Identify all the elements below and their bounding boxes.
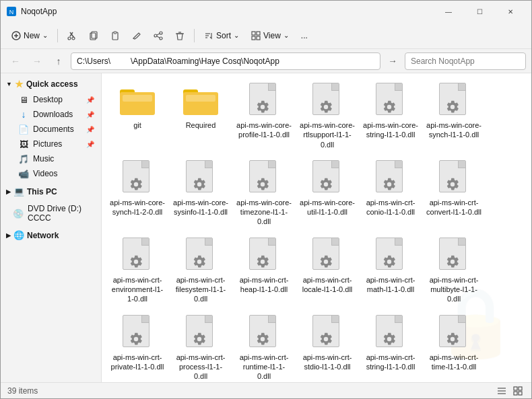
file-name: api-ms-win-crt-runtime-l1-1-0.dll (236, 353, 292, 382)
sort-button[interactable]: Sort ⌄ (199, 28, 244, 43)
list-item[interactable]: api-ms-win-crt-multibyte-l1-1-0.dll (424, 233, 484, 308)
pin-icon-2: 📌 (86, 111, 94, 118)
paste-button[interactable] (105, 28, 125, 43)
share-button[interactable] (148, 28, 168, 43)
svg-rect-21 (257, 32, 260, 35)
list-item[interactable]: api-ms-win-core-synch-l1-1-0.dll (424, 79, 484, 153)
list-view-button[interactable] (495, 384, 508, 398)
list-item[interactable]: api-ms-win-crt-time-l1-1-0.dll (424, 311, 484, 382)
list-item[interactable]: api-ms-win-crt-filesystem-l1-1-0.dll (170, 233, 231, 308)
this-pc-chevron-icon: ▶ (6, 188, 11, 195)
list-item[interactable]: api-ms-win-crt-locale-l1-1-0.dll (297, 233, 358, 308)
sidebar-item-documents[interactable]: 📄 Documents 📌 (2, 122, 100, 137)
window-controls: — ☐ ✕ (433, 1, 526, 22)
quick-access-header[interactable]: ▼ ★ Quick access (1, 76, 101, 92)
network-header[interactable]: ▶ 🌐 Network (1, 227, 101, 243)
minimize-button[interactable]: — (433, 1, 464, 22)
title-bar: N NoqotApp — ☐ ✕ (1, 1, 531, 22)
list-item[interactable]: api-ms-win-crt-math-l1-1-0.dll (360, 233, 421, 308)
list-item[interactable]: api-ms-win-core-sysinfo-l1-1-0.dll (170, 156, 231, 231)
sidebar-item-downloads[interactable]: ↓ Downloads 📌 (2, 107, 100, 122)
svg-rect-29 (186, 95, 215, 102)
separator-2 (194, 29, 195, 42)
svg-rect-22 (252, 36, 255, 40)
sidebar-item-videos[interactable]: 📹 Videos (2, 166, 100, 181)
file-name: Required (186, 120, 216, 130)
rename-icon (132, 31, 141, 40)
sidebar-item-desktop-label: Desktop (33, 95, 63, 104)
list-item[interactable]: api-ms-win-crt-string-l1-1-0.dll (360, 311, 421, 382)
list-item[interactable]: Required (170, 79, 231, 153)
quick-access-chevron-icon: ▼ (6, 81, 12, 87)
sidebar-item-music[interactable]: 🎵 Music (2, 151, 100, 166)
back-button[interactable]: ← (6, 52, 25, 71)
view-button[interactable]: View ⌄ (246, 28, 294, 43)
documents-icon: 📄 (18, 124, 29, 135)
file-name: api-ms-win-core-string-l1-1-0.dll (363, 120, 418, 140)
search-input[interactable] (405, 52, 526, 70)
dll-icon (120, 160, 155, 195)
list-item[interactable]: api-ms-win-crt-process-l1-1-0.dll (170, 311, 231, 382)
this-pc-header[interactable]: ▶ 💻 This PC (1, 184, 101, 199)
file-name: api-ms-win-crt-filesystem-l1-1-0.dll (173, 275, 228, 304)
sidebar-item-dvd[interactable]: 💿 DVD Drive (D:) CCCC (2, 202, 100, 225)
dll-icon (310, 238, 345, 273)
up-button[interactable]: ↑ (49, 52, 68, 71)
new-chevron-icon: ⌄ (42, 32, 48, 39)
dll-icon (246, 160, 281, 195)
file-name: api-ms-win-core-sysinfo-l1-1-0.dll (173, 198, 228, 217)
list-item[interactable]: api-ms-win-core-timezone-l1-1-0.dll (234, 156, 294, 231)
rename-button[interactable] (127, 28, 147, 43)
list-item[interactable]: api-ms-win-core-rtlsupport-l1-1-0.dll (297, 79, 358, 153)
grid-view-button[interactable] (511, 384, 525, 398)
list-item[interactable]: api-ms-win-crt-runtime-l1-1-0.dll (234, 311, 294, 382)
status-bar: 39 items (1, 382, 531, 398)
list-item[interactable]: api-ms-win-crt-environment-l1-1-0.dll (107, 233, 168, 308)
svg-text:N: N (9, 9, 14, 15)
dll-icon (246, 83, 281, 118)
go-button[interactable]: → (383, 52, 402, 71)
pin-icon: 📌 (86, 96, 94, 104)
maximize-button[interactable]: ☐ (464, 1, 495, 22)
share-icon (154, 31, 163, 40)
file-name: api-ms-win-core-synch-l1-1-0.dll (426, 120, 481, 140)
list-item[interactable]: api-ms-win-core-profile-l1-1-0.dll (234, 79, 294, 153)
files-grid: gitRequiredapi-ms-win-core-profile-l1-1-… (107, 79, 526, 382)
quick-access-section: ▼ ★ Quick access 🖥 Desktop 📌 ↓ Downloads… (1, 76, 101, 181)
file-name: api-ms-win-crt-time-l1-1-0.dll (426, 353, 481, 372)
list-item[interactable]: api-ms-win-crt-conio-l1-1-0.dll (360, 156, 421, 231)
list-item[interactable]: api-ms-win-core-string-l1-1-0.dll (360, 79, 421, 153)
dll-icon (310, 83, 345, 118)
svg-line-15 (157, 36, 160, 38)
separator-1 (57, 29, 58, 42)
list-item[interactable]: api-ms-win-core-util-l1-1-0.dll (297, 156, 358, 231)
videos-icon: 📹 (18, 168, 29, 179)
list-item[interactable]: git (107, 79, 168, 153)
close-button[interactable]: ✕ (495, 1, 526, 22)
svg-point-5 (68, 37, 71, 40)
sidebar-item-pictures[interactable]: 🖼 Pictures 📌 (2, 137, 100, 151)
view-controls (495, 384, 525, 398)
pin-icon-3: 📌 (86, 126, 94, 133)
list-item[interactable]: api-ms-win-core-synch-l1-2-0.dll (107, 156, 168, 231)
sidebar-item-desktop[interactable]: 🖥 Desktop 📌 (2, 92, 100, 107)
svg-line-14 (157, 34, 160, 35)
delete-button[interactable] (170, 28, 190, 43)
address-bar: ← → ↑ → (1, 49, 531, 73)
new-button[interactable]: New ⌄ (6, 28, 53, 43)
forward-button[interactable]: → (28, 52, 46, 71)
view-chevron-icon: ⌄ (284, 32, 289, 39)
address-input[interactable] (71, 52, 380, 70)
list-item[interactable]: api-ms-win-crt-stdio-l1-1-0.dll (297, 311, 358, 382)
list-item[interactable]: api-ms-win-crt-heap-l1-1-0.dll (234, 233, 294, 308)
list-item[interactable]: api-ms-win-crt-convert-l1-1-0.dll (424, 156, 484, 231)
list-item[interactable]: api-ms-win-crt-private-l1-1-0.dll (107, 311, 168, 382)
dll-icon (436, 160, 471, 195)
file-name: api-ms-win-crt-multibyte-l1-1-0.dll (426, 275, 481, 304)
copy-button[interactable] (84, 28, 104, 43)
file-name: api-ms-win-core-synch-l1-2-0.dll (110, 198, 165, 217)
cut-button[interactable] (62, 28, 82, 43)
main-window: N NoqotApp — ☐ ✕ New ⌄ (0, 0, 532, 399)
dll-icon (183, 160, 218, 195)
more-button[interactable]: ... (296, 28, 313, 43)
